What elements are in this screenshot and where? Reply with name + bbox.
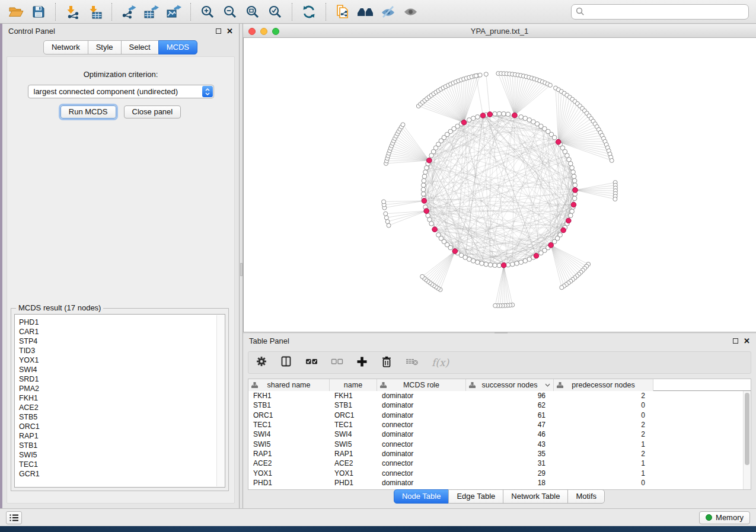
search-network-button[interactable] [356, 2, 375, 21]
tab-select[interactable]: Select [121, 40, 159, 55]
desktop-background [0, 526, 756, 532]
network-and-table-area: YPA_prune.txt_1 Table Panel [243, 24, 756, 508]
scrollbar-thumb[interactable] [745, 393, 749, 465]
mcds-result-item[interactable]: STP4 [19, 336, 225, 346]
add-column-button[interactable] [356, 356, 368, 370]
table-row[interactable]: PHD1PHD1dominator180 [248, 478, 751, 488]
column-header[interactable]: predecessor nodes [554, 379, 653, 391]
control-panel: Control Panel ✕ Network Style Select MCD… [2, 24, 239, 508]
table-row[interactable]: TEC1TEC1connector472 [248, 420, 751, 430]
column-header[interactable]: shared name [248, 379, 330, 391]
zoom-in-button[interactable] [198, 2, 217, 21]
mcds-tab-content: Optimization criterion: largest connecte… [7, 56, 235, 504]
mcds-result-item[interactable]: RAP1 [19, 431, 225, 441]
list-icon [9, 514, 19, 522]
close-panel-icon[interactable]: ✕ [227, 28, 233, 34]
column-header[interactable]: successor nodes [466, 379, 554, 391]
hide-selected-button[interactable] [378, 2, 397, 21]
show-all-button[interactable] [401, 2, 420, 21]
table-row[interactable]: RAP1RAP1dominator352 [248, 449, 751, 459]
zoom-in-icon [200, 5, 215, 19]
tab-style[interactable]: Style [88, 40, 122, 55]
mcds-result-item[interactable]: STB5 [19, 412, 225, 422]
table-row[interactable]: STB1STB1dominator620 [248, 400, 751, 410]
mcds-result-item[interactable]: STB1 [19, 441, 225, 450]
zoom-selected-button[interactable] [266, 2, 285, 21]
unchecked-boxes-icon [331, 357, 343, 366]
mcds-result-item[interactable]: SRD1 [19, 374, 225, 384]
zoom-out-button[interactable] [221, 2, 240, 21]
refresh-view-button[interactable] [299, 2, 318, 21]
zoom-fit-button[interactable] [243, 2, 262, 21]
gear-icon [256, 355, 267, 367]
column-header[interactable]: MCDS role [377, 379, 466, 391]
tab-motifs[interactable]: Motifs [567, 489, 605, 504]
select-all-button[interactable] [305, 357, 318, 368]
tab-node-table[interactable]: Node Table [394, 489, 449, 504]
toggle-columns-button[interactable] [280, 355, 292, 370]
open-session-button[interactable] [7, 2, 25, 21]
control-panel-title: Control Panel [8, 27, 55, 36]
optimization-criterion-select[interactable]: largest connected component (undirected) [28, 85, 214, 98]
table-row[interactable]: SWI4SWI4dominator462 [248, 430, 751, 439]
task-history-button[interactable] [6, 511, 22, 524]
table-toolbar: f(x) [248, 351, 751, 374]
search-input[interactable] [585, 7, 748, 16]
save-session-button[interactable] [29, 2, 48, 21]
mcds-result-item[interactable]: GCR1 [19, 469, 225, 479]
mcds-result-item[interactable]: FKH1 [19, 393, 225, 403]
list-scrollbar[interactable] [216, 315, 224, 486]
mcds-result-item[interactable]: PMA2 [19, 384, 225, 393]
tab-network[interactable]: Network [43, 40, 88, 55]
tab-edge-table[interactable]: Edge Table [448, 489, 503, 504]
mcds-result-item[interactable]: SWI5 [19, 450, 225, 460]
mcds-result-item[interactable]: CAR1 [19, 327, 225, 336]
network-canvas[interactable] [243, 38, 756, 332]
table-row[interactable]: FKH1FKH1dominator962 [248, 391, 751, 400]
export-table-button[interactable] [142, 2, 161, 21]
splitter-grip[interactable] [240, 263, 243, 276]
tab-mcds[interactable]: MCDS [158, 40, 197, 55]
table-row[interactable]: ORC1ORC1dominator610 [248, 411, 751, 420]
mcds-result-item[interactable]: TEC1 [19, 460, 225, 469]
table-scrollbar[interactable] [743, 391, 751, 489]
float-panel-icon[interactable] [733, 338, 738, 344]
import-table-button[interactable] [85, 2, 104, 21]
mcds-result-item[interactable]: YOX1 [19, 355, 225, 365]
float-panel-icon[interactable] [216, 28, 221, 34]
import-table-icon [87, 5, 103, 19]
table-row[interactable]: YOX1YOX1connector291 [248, 468, 751, 477]
column-header[interactable]: name [330, 379, 377, 391]
table-row[interactable]: ACE2ACE2connector311 [248, 459, 751, 468]
checked-boxes-icon [305, 357, 318, 366]
mcds-result-item[interactable]: ACE2 [19, 403, 225, 412]
function-builder-button[interactable]: f(x) [432, 357, 449, 368]
close-panel-icon[interactable]: ✕ [744, 338, 750, 344]
table-row[interactable]: SWI5SWI5connector431 [248, 439, 751, 448]
network-window-titlebar[interactable]: YPA_prune.txt_1 [243, 25, 756, 38]
delete-entries-button[interactable] [381, 355, 393, 370]
mcds-result-item[interactable]: PHD1 [19, 318, 225, 327]
table-settings-button[interactable] [256, 355, 267, 370]
mcds-result-list[interactable]: PHD1CAR1STP4TID3YOX1SWI4SRD1PMA2FKH1ACE2… [14, 314, 225, 488]
network-graph[interactable] [244, 38, 756, 332]
optimization-criterion-value: largest connected component (undirected) [34, 87, 178, 96]
zoom-out-icon [223, 5, 237, 19]
mcds-result-item[interactable]: ORC1 [19, 422, 225, 431]
status-bar: Memory [0, 508, 756, 526]
tab-network-table[interactable]: Network Table [503, 489, 568, 504]
delete-columns-button[interactable] [406, 357, 419, 368]
deselect-all-button[interactable] [331, 357, 343, 368]
clone-network-button[interactable] [333, 2, 352, 21]
run-mcds-button[interactable]: Run MCDS [60, 105, 116, 118]
export-image-button[interactable] [164, 2, 183, 21]
search-box[interactable] [571, 4, 749, 20]
memory-button[interactable]: Memory [699, 511, 750, 524]
import-network-button[interactable] [63, 2, 82, 21]
mcds-result-item[interactable]: SWI4 [19, 365, 225, 374]
vertical-splitter[interactable] [239, 24, 243, 508]
export-network-button[interactable] [119, 2, 138, 21]
close-panel-button[interactable]: Close panel [124, 105, 181, 118]
export-network-icon [121, 5, 136, 19]
mcds-result-item[interactable]: TID3 [19, 346, 225, 355]
